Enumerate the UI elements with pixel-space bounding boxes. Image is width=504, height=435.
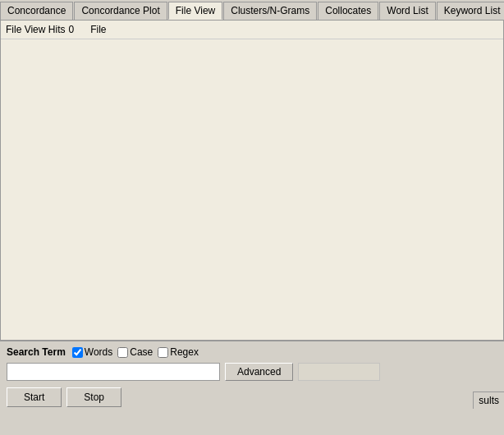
file-info: File: [90, 24, 106, 35]
tab-concordance[interactable]: Concordance: [0, 2, 73, 20]
button-row: Start Stop: [7, 387, 497, 407]
regex-checkbox-item: Regex: [158, 346, 199, 358]
case-label: Case: [130, 346, 153, 358]
search-term-label: Search Term: [7, 346, 66, 358]
results-label: sults: [473, 392, 504, 409]
search-input[interactable]: [7, 363, 220, 381]
regex-checkbox[interactable]: [158, 347, 168, 358]
hits-label: File View Hits: [6, 24, 65, 35]
search-term-row: Search Term Words Case Regex: [7, 346, 497, 358]
words-checkbox-item: Words: [72, 346, 112, 358]
words-label: Words: [85, 346, 112, 358]
content-area: [1, 39, 503, 318]
main-content: File View Hits 0 File: [0, 21, 504, 341]
hits-value: 0: [68, 24, 74, 35]
extra-input[interactable]: [298, 363, 380, 381]
header-bar: File View Hits 0 File: [1, 21, 503, 39]
stop-button[interactable]: Stop: [66, 387, 121, 407]
tab-keyword-list[interactable]: Keyword List: [437, 2, 504, 20]
case-checkbox-item: Case: [117, 346, 153, 358]
tab-clusters-ngrams[interactable]: Clusters/N-Grams: [223, 2, 317, 20]
tab-concordance-plot[interactable]: Concordance Plot: [74, 2, 167, 20]
tab-file-view[interactable]: File View: [168, 2, 222, 20]
file-label: File: [90, 24, 106, 35]
checkbox-group: Words Case Regex: [72, 346, 199, 358]
tab-bar: Concordance Concordance Plot File View C…: [0, 0, 504, 21]
regex-label: Regex: [170, 346, 199, 358]
words-checkbox[interactable]: [72, 347, 83, 358]
start-button[interactable]: Start: [7, 387, 62, 407]
advanced-button[interactable]: Advanced: [225, 363, 293, 381]
bottom-panel: Search Term Words Case Regex Advanced: [0, 341, 504, 412]
search-input-row: Advanced: [7, 363, 497, 381]
tab-word-list[interactable]: Word List: [379, 2, 435, 20]
case-checkbox[interactable]: [117, 347, 128, 358]
tab-collocates[interactable]: Collocates: [318, 2, 378, 20]
hits-info: File View Hits 0: [6, 24, 74, 35]
